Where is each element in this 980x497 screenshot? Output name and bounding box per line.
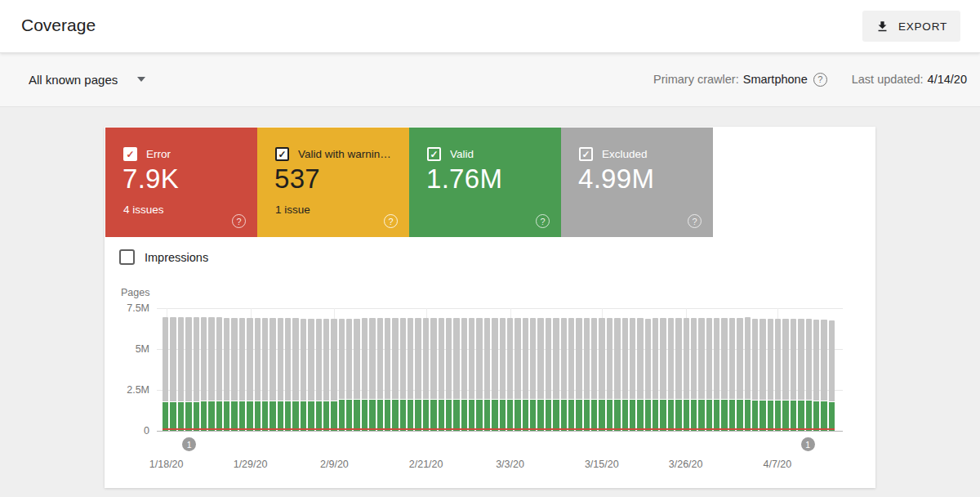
bar-day-16[interactable] [285, 318, 291, 431]
bar-day-34[interactable] [423, 318, 429, 431]
annotation-marker[interactable]: 1 [801, 437, 815, 451]
bar-day-30[interactable] [392, 318, 398, 431]
bar-day-14[interactable] [270, 318, 275, 431]
checkbox-checked-icon[interactable]: ✓ [427, 147, 441, 161]
bar-day-53[interactable] [568, 318, 574, 431]
help-icon[interactable]: ? [688, 214, 702, 228]
status-card-valid-with-warnings[interactable]: ✓ Valid with warnin… 537 1 issue ? [257, 128, 409, 237]
bar-day-22[interactable] [331, 319, 336, 431]
bar-day-54[interactable] [576, 318, 581, 431]
bar-day-31[interactable] [400, 318, 406, 431]
bar-day-55[interactable] [584, 318, 590, 431]
bar-day-52[interactable] [561, 318, 567, 431]
bar-day-18[interactable] [301, 319, 306, 431]
bar-day-75[interactable] [737, 318, 742, 431]
export-button[interactable]: EXPORT [862, 11, 960, 42]
bar-day-45[interactable] [507, 318, 513, 431]
bar-day-87[interactable] [829, 320, 835, 431]
bar-day-59[interactable] [614, 318, 620, 431]
bar-day-46[interactable] [514, 318, 520, 431]
bar-day-85[interactable] [813, 320, 819, 431]
bar-day-25[interactable] [354, 319, 359, 431]
help-icon[interactable]: ? [536, 214, 550, 228]
bar-day-63[interactable] [645, 319, 651, 431]
bar-day-4[interactable] [194, 317, 199, 431]
bar-day-35[interactable] [430, 318, 436, 431]
status-card-valid[interactable]: ✓ Valid 1.76M ? [409, 128, 561, 237]
bar-day-17[interactable] [292, 318, 298, 431]
bar-day-40[interactable] [469, 318, 474, 431]
bar-day-9[interactable] [231, 318, 237, 431]
bar-day-32[interactable] [408, 318, 413, 431]
help-icon[interactable]: ? [813, 73, 827, 87]
bar-day-57[interactable] [599, 318, 604, 431]
bar-day-86[interactable] [821, 320, 826, 431]
bar-day-8[interactable] [224, 318, 229, 431]
checkbox-checked-icon[interactable]: ✓ [579, 147, 593, 161]
bar-day-76[interactable] [745, 317, 751, 431]
bar-day-74[interactable] [729, 318, 735, 431]
bar-day-81[interactable] [782, 319, 788, 431]
bar-day-36[interactable] [439, 318, 444, 431]
bar-day-21[interactable] [323, 319, 329, 431]
bar-day-67[interactable] [675, 318, 681, 431]
bar-day-72[interactable] [714, 318, 719, 431]
bar-day-51[interactable] [553, 318, 559, 431]
bar-day-69[interactable] [691, 318, 697, 431]
bar-day-29[interactable] [385, 318, 390, 431]
bar-day-10[interactable] [239, 318, 245, 431]
bar-day-27[interactable] [369, 318, 375, 431]
bar-day-62[interactable] [637, 318, 643, 431]
bar-day-28[interactable] [377, 318, 383, 431]
bar-day-78[interactable] [760, 319, 765, 431]
bar-day-56[interactable] [591, 318, 597, 431]
checkbox-unchecked-icon[interactable] [119, 249, 135, 265]
help-icon[interactable]: ? [384, 214, 398, 228]
bar-day-82[interactable] [791, 319, 796, 431]
status-card-error[interactable]: ✓ Error 7.9K 4 issues ? [105, 128, 257, 237]
bar-day-38[interactable] [453, 318, 459, 431]
bar-day-15[interactable] [278, 318, 283, 431]
bar-day-83[interactable] [798, 319, 804, 431]
bar-day-11[interactable] [247, 318, 252, 431]
bar-day-5[interactable] [201, 317, 207, 431]
bar-day-33[interactable] [415, 318, 421, 431]
checkbox-checked-icon[interactable]: ✓ [123, 147, 137, 161]
coverage-bar-chart[interactable] [163, 308, 835, 431]
bar-day-68[interactable] [684, 318, 689, 431]
bar-day-37[interactable] [446, 318, 452, 431]
bar-day-61[interactable] [630, 318, 635, 431]
bar-day-71[interactable] [706, 318, 712, 431]
bar-day-26[interactable] [362, 318, 368, 431]
bar-day-39[interactable] [461, 318, 467, 431]
impressions-toggle[interactable]: Impressions [119, 249, 208, 265]
bar-day-3[interactable] [185, 317, 191, 431]
bar-day-1[interactable] [170, 317, 176, 431]
bar-day-60[interactable] [622, 318, 628, 431]
bar-day-49[interactable] [537, 318, 543, 431]
bar-day-73[interactable] [721, 318, 727, 431]
bar-day-84[interactable] [806, 319, 812, 431]
bar-day-58[interactable] [607, 318, 612, 431]
bar-day-65[interactable] [660, 318, 666, 431]
bar-day-19[interactable] [308, 319, 314, 431]
bar-day-79[interactable] [768, 319, 773, 431]
bar-day-47[interactable] [523, 318, 528, 431]
bar-day-70[interactable] [698, 318, 704, 431]
bar-day-24[interactable] [346, 319, 352, 431]
bar-day-0[interactable] [163, 317, 168, 431]
bar-day-2[interactable] [178, 317, 184, 431]
bar-day-77[interactable] [752, 319, 758, 431]
bar-day-48[interactable] [530, 318, 536, 431]
bar-day-43[interactable] [492, 318, 497, 431]
bar-day-13[interactable] [262, 318, 268, 431]
bar-day-44[interactable] [500, 318, 506, 431]
bar-day-41[interactable] [476, 318, 482, 431]
page-scope-dropdown[interactable]: All known pages [29, 52, 145, 106]
annotation-marker[interactable]: 1 [182, 437, 196, 451]
bar-day-6[interactable] [208, 317, 214, 431]
bar-day-80[interactable] [775, 319, 781, 431]
checkbox-checked-icon[interactable]: ✓ [275, 147, 289, 161]
bar-day-66[interactable] [668, 318, 674, 431]
bar-day-42[interactable] [484, 318, 490, 431]
